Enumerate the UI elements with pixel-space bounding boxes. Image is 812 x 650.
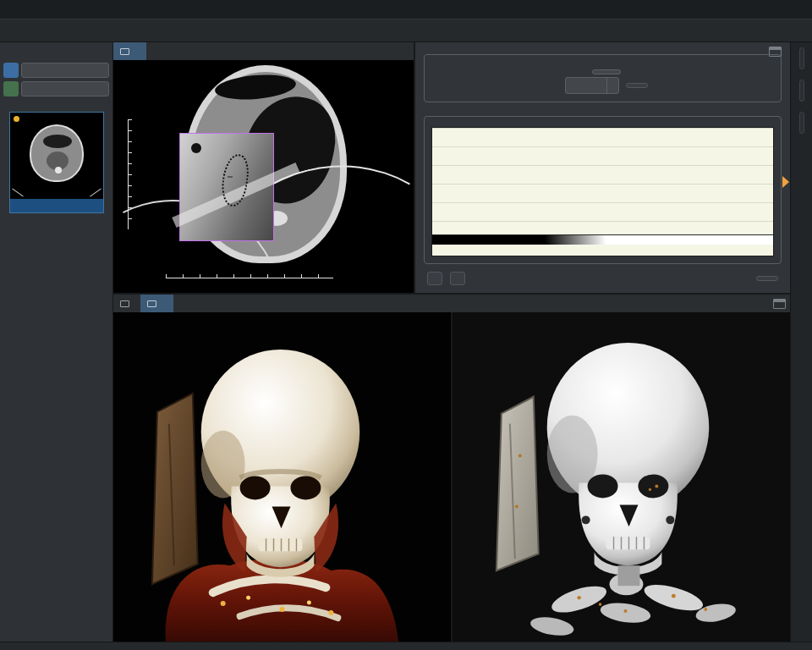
patient-row bbox=[0, 61, 112, 80]
reset-button[interactable] bbox=[756, 276, 778, 281]
magnifier-detail bbox=[191, 143, 201, 153]
monitor-icon bbox=[120, 300, 129, 307]
histogram-panel bbox=[415, 42, 790, 293]
status-bar bbox=[0, 642, 812, 650]
monitor-icon bbox=[120, 48, 129, 55]
volume-rendering-bone-viewport[interactable] bbox=[453, 312, 790, 642]
key-object-dot bbox=[14, 116, 19, 122]
viewer-3d-panes bbox=[113, 312, 790, 642]
viewer-3d-group bbox=[113, 293, 790, 642]
viewer-3d-tabbar bbox=[113, 295, 790, 312]
volume-rendering-color bbox=[113, 312, 451, 642]
bins-value bbox=[566, 78, 606, 93]
add-histogram-button[interactable] bbox=[450, 272, 465, 285]
main-area bbox=[113, 42, 790, 642]
monitor-icon bbox=[147, 300, 156, 307]
dock-tab-image-tool[interactable] bbox=[799, 80, 804, 102]
histogram-bars bbox=[432, 128, 773, 234]
explorer-header bbox=[0, 42, 112, 61]
thumbnail-corner-mark bbox=[12, 189, 24, 197]
panel-collapse-arrow[interactable] bbox=[782, 176, 789, 188]
spinner-buttons bbox=[606, 78, 618, 93]
patient-icon[interactable] bbox=[3, 63, 19, 78]
dock-tab-draw-measure[interactable] bbox=[799, 112, 804, 134]
series-caption bbox=[10, 199, 103, 212]
study-combobox[interactable] bbox=[21, 81, 109, 96]
tab-unknown[interactable] bbox=[113, 295, 140, 312]
horizontal-scale bbox=[166, 274, 333, 278]
series-thumbnail[interactable] bbox=[9, 112, 104, 213]
ct-axial-viewport[interactable] bbox=[113, 60, 414, 293]
histogram-parameters-group bbox=[424, 54, 782, 102]
thumbnail-ct-graphic bbox=[30, 124, 84, 182]
dicom-explorer-panel bbox=[0, 42, 113, 642]
histogram-plot[interactable] bbox=[431, 127, 774, 256]
lut-gradient-strip bbox=[432, 234, 773, 245]
thumbnail-detail bbox=[43, 135, 72, 148]
statistics-button[interactable] bbox=[626, 83, 648, 88]
remove-histogram-button[interactable] bbox=[427, 272, 442, 285]
spinner-down-icon[interactable] bbox=[607, 85, 618, 93]
study-date-label bbox=[0, 98, 112, 110]
viewer-2d-tabbar bbox=[113, 42, 414, 60]
magnifier-inset[interactable] bbox=[179, 133, 274, 241]
right-dock-strip bbox=[790, 42, 812, 642]
study-row bbox=[0, 80, 112, 98]
vertical-scale bbox=[128, 119, 132, 229]
tab-smith-jane-3d[interactable] bbox=[140, 295, 173, 312]
study-list-icon[interactable] bbox=[3, 81, 19, 96]
channel-combobox[interactable] bbox=[592, 69, 621, 74]
toolbar-icons bbox=[0, 19, 812, 42]
spinner-up-icon[interactable] bbox=[607, 78, 618, 85]
roi-measurement-label bbox=[228, 176, 233, 178]
bins-spinner[interactable] bbox=[565, 77, 619, 94]
volume-rendering-bone bbox=[453, 312, 790, 642]
weasis-window bbox=[0, 0, 812, 650]
roi-contour[interactable] bbox=[219, 152, 250, 207]
thumbnail-detail bbox=[55, 167, 62, 174]
tab-smith-jane-2d[interactable] bbox=[113, 42, 146, 60]
dock-tab-display[interactable] bbox=[799, 47, 804, 69]
volume-rendering-color-viewport[interactable] bbox=[113, 312, 451, 642]
histogram-controls bbox=[424, 269, 782, 288]
channel-row bbox=[433, 69, 772, 74]
thumbnail-corner-mark bbox=[90, 189, 102, 197]
top-row bbox=[113, 42, 790, 293]
histogram-xticks bbox=[432, 245, 773, 256]
panel-menu-icon[interactable] bbox=[773, 299, 786, 309]
viewer-2d-group bbox=[113, 42, 415, 293]
gray-histogram-group bbox=[424, 116, 782, 264]
patient-combobox[interactable] bbox=[21, 63, 109, 78]
content bbox=[0, 42, 812, 642]
title-bar bbox=[0, 0, 812, 19]
series-thumbnail-image[interactable] bbox=[10, 113, 103, 199]
bins-row bbox=[433, 77, 772, 94]
